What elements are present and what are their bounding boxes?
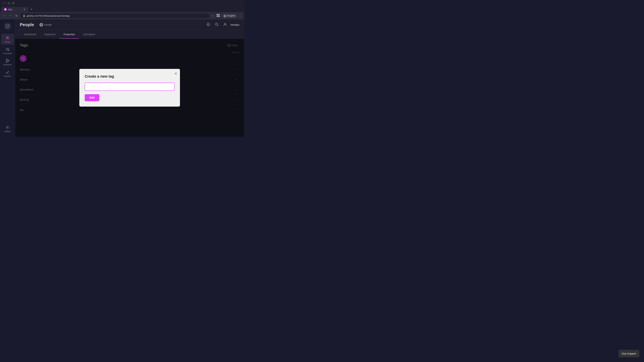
sidebar-item-people-label: People xyxy=(4,41,10,43)
tab-favicon xyxy=(4,8,7,11)
bookmark-button[interactable]: ☆ xyxy=(211,13,214,18)
header-actions: Meadjoy xyxy=(206,21,240,28)
sidebar-logo xyxy=(3,22,12,30)
create-label: Create xyxy=(44,23,52,26)
create-button[interactable]: + Create xyxy=(38,22,54,28)
svg-point-19 xyxy=(224,23,226,24)
sidebar-item-analytics[interactable]: Analytics xyxy=(1,68,14,79)
workflows-icon xyxy=(5,58,10,63)
incognito-label: Incognito xyxy=(227,14,235,17)
sidebar-item-settings[interactable]: Settings xyxy=(1,123,14,134)
drip-logo-icon xyxy=(4,23,11,30)
page-title: People xyxy=(20,22,34,27)
svg-point-11 xyxy=(6,37,8,38)
search-header-button[interactable] xyxy=(214,21,220,28)
user-account-button[interactable] xyxy=(222,21,228,28)
svg-rect-2 xyxy=(218,14,220,15)
svg-point-8 xyxy=(5,24,10,29)
sidebar-item-people[interactable]: People xyxy=(1,34,14,44)
sidebar-item-campaigns-label: Campaigns xyxy=(3,52,12,54)
sidebar-item-settings-label: Settings xyxy=(4,130,11,132)
svg-point-0 xyxy=(5,9,6,10)
tab-properties[interactable]: Properties xyxy=(60,30,79,39)
browser-actions: ☆ Incognito ⋮ xyxy=(211,13,242,18)
modal-close-button[interactable]: ✕ xyxy=(174,71,177,76)
tab-close-button[interactable]: ✕ xyxy=(24,8,26,11)
modal-add-button[interactable]: Add xyxy=(85,94,99,101)
close-window-button[interactable]: ✕ xyxy=(12,1,15,5)
settings-icon xyxy=(5,125,10,130)
create-tag-modal: Create a new tag ✕ Add xyxy=(79,69,180,107)
lock-icon: 🔒 xyxy=(23,14,25,17)
url-text: getdrip.com/7641396/people/properties#ta… xyxy=(27,14,70,17)
main-content: People + Create xyxy=(15,19,244,137)
incognito-badge[interactable]: Incognito xyxy=(222,14,237,18)
svg-point-9 xyxy=(6,25,7,26)
sidebar-item-workflows-label: Workflows xyxy=(3,64,12,66)
svg-point-10 xyxy=(8,25,9,26)
menu-button[interactable]: ⋮ xyxy=(238,13,242,18)
back-button[interactable]: ← xyxy=(2,13,7,18)
svg-point-12 xyxy=(8,37,9,38)
profile-button[interactable] xyxy=(216,13,220,18)
svg-rect-14 xyxy=(6,59,7,60)
restore-button[interactable]: ◻ xyxy=(7,1,10,5)
minimize-button[interactable]: — xyxy=(2,1,6,5)
sidebar-item-campaigns[interactable]: Campaigns xyxy=(1,45,14,56)
content-area: Tags Close Search + @be xyxy=(15,39,244,137)
svg-point-13 xyxy=(8,50,10,51)
tab-bar: Drip ✕ + xyxy=(0,6,244,12)
analytics-icon xyxy=(5,70,10,74)
browser-tab[interactable]: Drip ✕ xyxy=(1,7,28,12)
tab-segments[interactable]: Segments xyxy=(40,30,60,39)
svg-rect-3 xyxy=(217,15,218,17)
new-tab-button[interactable]: + xyxy=(30,7,34,11)
sidebar-item-analytics-label: Analytics xyxy=(4,75,11,77)
modal-title: Create a new tag xyxy=(85,74,174,79)
tag-name-input[interactable] xyxy=(85,83,174,91)
svg-point-6 xyxy=(224,15,226,16)
reload-button[interactable]: ↻ xyxy=(14,13,19,18)
tab-dashboard[interactable]: Dashboard xyxy=(20,30,40,39)
app-container: People Campaigns xyxy=(0,19,244,137)
top-header: People + Create xyxy=(15,19,244,30)
user-name[interactable]: Meadjoy xyxy=(230,23,240,26)
people-icon xyxy=(5,35,10,40)
svg-rect-1 xyxy=(217,14,218,15)
sidebar-item-workflows[interactable]: Workflows xyxy=(1,57,14,67)
title-bar: — ◻ ✕ xyxy=(0,0,244,6)
svg-point-17 xyxy=(7,127,8,128)
svg-rect-4 xyxy=(218,15,220,17)
address-bar[interactable]: 🔒 getdrip.com/7641396/people/properties#… xyxy=(20,13,210,18)
tabs-bar: Dashboard Segments Properties Operations xyxy=(15,30,244,39)
create-plus-icon: + xyxy=(40,23,43,27)
tab-title: Drip xyxy=(8,8,12,11)
tab-operations[interactable]: Operations xyxy=(79,30,99,39)
campaigns-icon xyxy=(5,47,10,52)
notification-button[interactable] xyxy=(206,21,211,28)
address-bar-row: ← → ↻ 🔒 getdrip.com/7641396/people/prope… xyxy=(0,12,244,19)
sidebar: People Campaigns xyxy=(0,19,15,137)
modal-overlay: Create a new tag ✕ Add xyxy=(15,39,244,137)
browser-chrome: — ◻ ✕ Drip ✕ + ← → ↻ 🔒 getdrip.com/76413… xyxy=(0,0,244,19)
forward-button[interactable]: → xyxy=(8,13,13,18)
